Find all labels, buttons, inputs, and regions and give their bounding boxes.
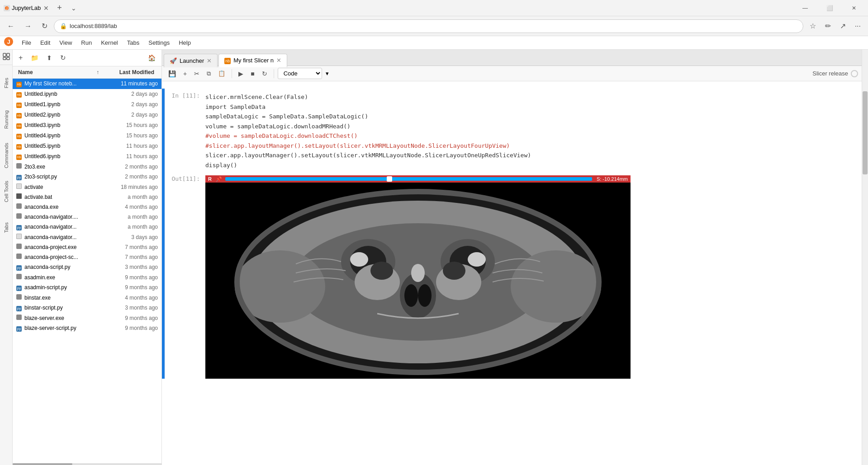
add-cell-button[interactable]: + [180,68,190,79]
more-button[interactable]: ··· [851,19,864,33]
home-button[interactable]: 🏠 [146,53,158,63]
mri-slider[interactable] [225,177,592,181]
menu-settings[interactable]: Settings [144,38,174,48]
file-item[interactable]: asadmin.exe 9 months ago [13,272,161,282]
file-item[interactable]: nb Untitled4.ipynb 15 hours ago [13,131,161,141]
file-item[interactable]: py anaconda-script.py 3 months ago [13,262,161,272]
run-cell-button[interactable]: ▶ [236,68,246,79]
cell-tools-label[interactable]: Cell Tools [2,174,11,210]
file-item[interactable]: anaconda-navigator... 3 days ago [13,232,161,242]
notebook-toolbar: 💾 + ✂ ⧉ 📋 ▶ ■ ↻ Code Markdown Raw ▾ Slic… [162,66,862,81]
cut-cell-button[interactable]: ✂ [191,68,202,79]
notebook-area: 🚀 Launcher ✕ nb My first Slicer n ✕ 💾 + … [162,50,862,465]
file-name: anaconda-script.py [24,264,99,270]
file-item[interactable]: py blaze-server-script.py 9 months ago [13,323,161,333]
scroll-track[interactable] [862,50,868,465]
stop-kernel-button[interactable]: ■ [248,68,257,79]
minimize-button[interactable]: — [795,0,816,16]
file-item[interactable]: py 2to3-script.py 2 months ago [13,172,161,182]
notebook-content: In [11]: slicer.mrmlScene.Clear(False) i… [162,81,862,465]
tab-list-button[interactable]: ⌄ [69,3,78,14]
new-tab-button[interactable]: + [53,1,66,14]
paste-cell-button[interactable]: 📋 [215,68,228,79]
tab-launcher[interactable]: 🚀 Launcher ✕ [164,54,218,67]
menu-bar: J File Edit View Run Kernel Tabs Setting… [0,36,868,50]
menu-tabs[interactable]: Tabs [123,38,144,48]
file-icon-txt [16,183,22,190]
file-item[interactable]: nb Untitled1.ipynb 2 days ago [13,99,161,110]
files-label[interactable]: Files [2,65,11,101]
close-button[interactable]: ✕ [844,0,864,16]
files-icon[interactable] [0,50,12,65]
mri-viewer[interactable]: R 📌 S: -10.214mm [205,175,631,379]
file-icon-notebook: nb [16,153,22,160]
file-modified: 15 hours ago [99,122,158,128]
file-item[interactable]: nb Untitled2.ipynb 2 days ago [13,110,161,120]
file-icon-exe [16,213,22,220]
file-item[interactable]: nb Untitled6.ipynb 11 hours ago [13,151,161,162]
maximize-button[interactable]: ⬜ [819,0,840,16]
file-icon-notebook: nb [16,111,22,118]
file-item[interactable]: nb Untitled5.ipynb 11 hours ago [13,141,161,151]
file-item[interactable]: nb My first Slicer noteb... 11 minutes a… [13,79,161,89]
file-item[interactable]: py anaconda-navigator... a month ago [13,222,161,232]
address-box[interactable]: 🔒 localhost:8889/lab [54,19,803,33]
tab-close-button[interactable]: ✕ [43,5,50,12]
tabs-label[interactable]: Tabs [2,210,11,246]
file-item[interactable]: anaconda-navigator.... a month ago [13,212,161,222]
menu-help[interactable]: Help [174,38,195,48]
file-item[interactable]: activate.bat a month ago [13,192,161,202]
file-item[interactable]: anaconda-project-sc... 7 months ago [13,252,161,262]
reload-button[interactable]: ↻ [38,19,51,33]
file-panel-header: Name ↑ Last Modified [13,66,161,79]
menu-file[interactable]: File [17,38,36,48]
save-button[interactable]: 💾 [166,68,179,79]
menu-run[interactable]: Run [76,38,96,48]
code-area[interactable]: slicer.mrmlScene.Clear(False) import Sam… [205,92,862,170]
svg-rect-5 [7,53,9,56]
file-icon-py: py [16,304,22,311]
cell-type-chevron[interactable]: ▾ [326,70,329,77]
file-name: My first Slicer noteb... [24,80,99,87]
upload-button[interactable]: ⬆ [44,53,54,63]
refresh-button[interactable]: ↻ [58,52,68,63]
file-item[interactable]: py binstar-script.py 3 months ago [13,303,161,313]
file-item[interactable]: binstar.exe 4 months ago [13,293,161,303]
pen-button[interactable]: ✏ [821,19,835,33]
file-item[interactable]: anaconda-project.exe 7 months ago [13,242,161,252]
share-button[interactable]: ↗ [836,19,849,33]
col-name-header[interactable]: Name [16,68,95,76]
menu-view[interactable]: View [55,38,76,48]
cell-type-select[interactable]: Code Markdown Raw [278,68,322,79]
file-name: Untitled4.ipynb [24,132,99,139]
file-item[interactable]: 2to3.exe 2 months ago [13,162,161,172]
mri-slider-thumb[interactable] [387,176,392,182]
file-item[interactable]: activate 18 minutes ago [13,182,161,192]
tab-notebook-close[interactable]: ✕ [276,57,281,64]
restart-kernel-button[interactable]: ↻ [259,68,270,79]
file-modified: 18 minutes ago [99,184,158,190]
commands-label[interactable]: Commands [2,137,11,174]
new-file-button[interactable]: + [16,52,25,63]
file-item[interactable]: blaze-server.exe 9 months ago [13,313,161,323]
slicer-release-indicator: Slicer release [812,70,858,77]
back-button[interactable]: ← [4,19,18,33]
copy-cell-button[interactable]: ⧉ [204,68,213,79]
mri-top-bar[interactable]: R 📌 S: -10.214mm [205,175,631,183]
right-scroll-panel [862,50,868,465]
menu-edit[interactable]: Edit [36,38,55,48]
forward-button[interactable]: → [21,19,35,33]
scroll-thumb-right[interactable] [863,91,868,174]
tab-launcher-close[interactable]: ✕ [207,57,212,64]
menu-kernel[interactable]: Kernel [96,38,123,48]
bookmark-button[interactable]: ☆ [806,19,820,33]
new-folder-button[interactable]: 📁 [28,53,41,63]
file-item[interactable]: nb Untitled3.ipynb 15 hours ago [13,120,161,131]
active-tab-title: JupyterLab [12,5,41,11]
tab-notebook[interactable]: nb My first Slicer n ✕ [218,54,287,67]
running-label[interactable]: Running [2,101,11,137]
file-item[interactable]: nb Untitled.ipynb 2 days ago [13,89,161,99]
file-item[interactable]: anaconda.exe 4 months ago [13,202,161,212]
file-item[interactable]: py asadmin-script.py 9 months ago [13,282,161,293]
app-icon: J [4,37,14,49]
